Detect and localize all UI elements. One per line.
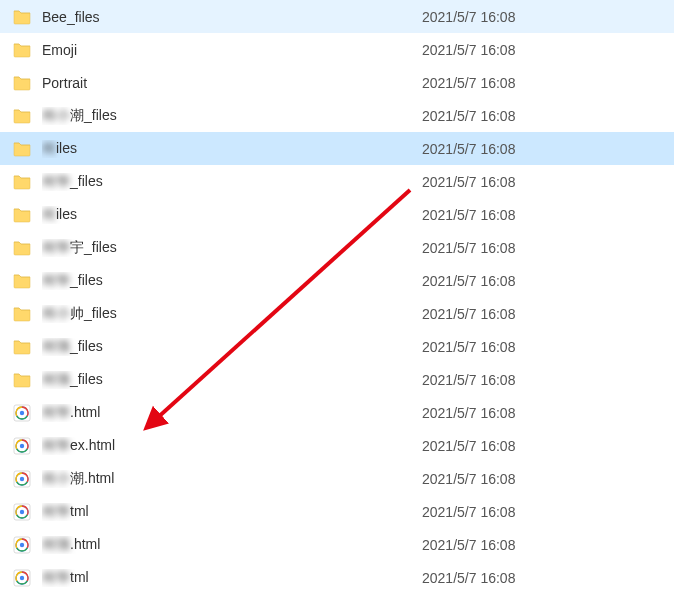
folder-icon [12, 40, 32, 60]
file-name: 何华_files [42, 272, 103, 290]
file-name-cell: 何强_files [12, 370, 422, 390]
file-name-cell: Portrait [12, 73, 422, 93]
file-name: Emoji [42, 42, 77, 58]
file-name: 何小帅_files [42, 305, 117, 323]
file-name-cell: 何华宇_files [12, 238, 422, 258]
html-file-icon [12, 436, 32, 456]
svg-point-11 [20, 509, 24, 513]
folder-icon [12, 271, 32, 291]
file-date: 2021/5/7 16:08 [422, 438, 674, 454]
file-row[interactable]: 何华_files2021/5/7 16:08 [0, 264, 674, 297]
file-date: 2021/5/7 16:08 [422, 570, 674, 586]
file-name: 何iles [42, 140, 77, 158]
file-row[interactable]: 何小帅_files2021/5/7 16:08 [0, 297, 674, 330]
file-date: 2021/5/7 16:08 [422, 108, 674, 124]
file-name: 何华.html [42, 404, 100, 422]
file-row[interactable]: 何华宇.html2021/5/7 16:08 [0, 594, 674, 600]
file-name: 何小潮_files [42, 107, 117, 125]
file-name-cell: Bee_files [12, 7, 422, 27]
file-name-cell: 何强.html [12, 535, 422, 555]
file-name: 何强.html [42, 536, 100, 554]
file-row[interactable]: 何iles2021/5/7 16:08 [0, 132, 674, 165]
file-name: 何华ex.html [42, 437, 115, 455]
file-name-cell: 何华tml [12, 502, 422, 522]
folder-icon [12, 172, 32, 192]
file-date: 2021/5/7 16:08 [422, 537, 674, 553]
svg-point-5 [20, 443, 24, 447]
file-row[interactable]: Emoji2021/5/7 16:08 [0, 33, 674, 66]
file-row[interactable]: 何小潮.html2021/5/7 16:08 [0, 462, 674, 495]
file-name-cell: 何小潮_files [12, 106, 422, 126]
file-date: 2021/5/7 16:08 [422, 306, 674, 322]
file-name: Bee_files [42, 9, 100, 25]
file-name-cell: 何iles [12, 205, 422, 225]
file-name: 何强_files [42, 338, 103, 356]
file-date: 2021/5/7 16:08 [422, 504, 674, 520]
folder-icon [12, 304, 32, 324]
html-file-icon [12, 535, 32, 555]
file-name-cell: Emoji [12, 40, 422, 60]
file-row[interactable]: 何小潮_files2021/5/7 16:08 [0, 99, 674, 132]
folder-icon [12, 73, 32, 93]
file-date: 2021/5/7 16:08 [422, 75, 674, 91]
svg-point-2 [20, 410, 24, 414]
file-date: 2021/5/7 16:08 [422, 405, 674, 421]
file-row[interactable]: 何华tml2021/5/7 16:08 [0, 561, 674, 594]
file-name-cell: 何强_files [12, 337, 422, 357]
html-file-icon [12, 502, 32, 522]
file-date: 2021/5/7 16:08 [422, 471, 674, 487]
file-row[interactable]: 何强.html2021/5/7 16:08 [0, 528, 674, 561]
file-row[interactable]: Portrait2021/5/7 16:08 [0, 66, 674, 99]
svg-point-17 [20, 575, 24, 579]
html-file-icon [12, 469, 32, 489]
file-row[interactable]: 何华.html2021/5/7 16:08 [0, 396, 674, 429]
svg-point-8 [20, 476, 24, 480]
file-date: 2021/5/7 16:08 [422, 9, 674, 25]
file-date: 2021/5/7 16:08 [422, 42, 674, 58]
file-name-cell: 何小帅_files [12, 304, 422, 324]
file-list: Bee_files2021/5/7 16:08Emoji2021/5/7 16:… [0, 0, 674, 600]
file-row[interactable]: 何华tml2021/5/7 16:08 [0, 495, 674, 528]
file-row[interactable]: 何iles2021/5/7 16:08 [0, 198, 674, 231]
file-name-cell: 何华_files [12, 271, 422, 291]
file-name: 何华宇_files [42, 239, 117, 257]
file-date: 2021/5/7 16:08 [422, 141, 674, 157]
file-date: 2021/5/7 16:08 [422, 372, 674, 388]
folder-icon [12, 106, 32, 126]
file-row[interactable]: 何华宇_files2021/5/7 16:08 [0, 231, 674, 264]
file-row[interactable]: 何强_files2021/5/7 16:08 [0, 330, 674, 363]
file-date: 2021/5/7 16:08 [422, 207, 674, 223]
folder-icon [12, 238, 32, 258]
file-name: Portrait [42, 75, 87, 91]
file-row[interactable]: 何华ex.html2021/5/7 16:08 [0, 429, 674, 462]
file-name-cell: 何华ex.html [12, 436, 422, 456]
file-name-cell: 何华.html [12, 403, 422, 423]
file-name: 何华_files [42, 173, 103, 191]
folder-icon [12, 139, 32, 159]
svg-point-14 [20, 542, 24, 546]
file-name: 何华tml [42, 569, 89, 587]
folder-icon [12, 370, 32, 390]
file-row[interactable]: 何华_files2021/5/7 16:08 [0, 165, 674, 198]
file-row[interactable]: Bee_files2021/5/7 16:08 [0, 0, 674, 33]
file-name-cell: 何小潮.html [12, 469, 422, 489]
folder-icon [12, 205, 32, 225]
file-name: 何华tml [42, 503, 89, 521]
file-date: 2021/5/7 16:08 [422, 273, 674, 289]
file-date: 2021/5/7 16:08 [422, 240, 674, 256]
file-name: 何强_files [42, 371, 103, 389]
html-file-icon [12, 403, 32, 423]
folder-icon [12, 337, 32, 357]
folder-icon [12, 7, 32, 27]
file-name-cell: 何华_files [12, 172, 422, 192]
html-file-icon [12, 568, 32, 588]
file-name-cell: 何华tml [12, 568, 422, 588]
file-name-cell: 何iles [12, 139, 422, 159]
file-name: 何小潮.html [42, 470, 114, 488]
file-row[interactable]: 何强_files2021/5/7 16:08 [0, 363, 674, 396]
file-date: 2021/5/7 16:08 [422, 174, 674, 190]
file-date: 2021/5/7 16:08 [422, 339, 674, 355]
file-name: 何iles [42, 206, 77, 224]
